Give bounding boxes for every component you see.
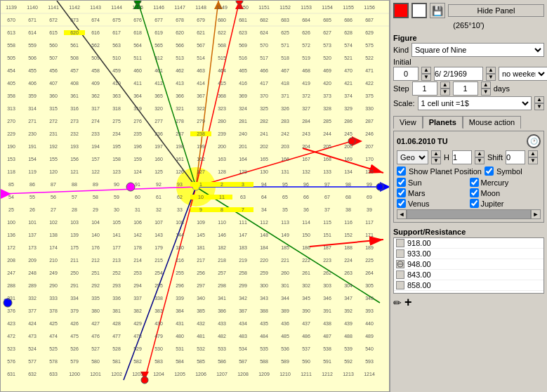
figure-label: Figure: [393, 34, 544, 42]
planet-date-label: 01.06.2010 TU: [397, 137, 448, 145]
right-panel: 💾 Hide Panel (265°10') Figure Kind Squar…: [390, 0, 547, 392]
sr-item: 948.00: [394, 259, 543, 270]
symbol-label: Symbol: [496, 167, 522, 176]
geo-select[interactable]: Geo: [397, 150, 428, 164]
initial-value-input[interactable]: [393, 67, 419, 81]
sr-list[interactable]: 918.00 933.00 948.00 843.00: [393, 237, 544, 294]
sun-label: Sun: [408, 178, 422, 187]
scale-label: Scale:: [393, 99, 415, 107]
add-icon[interactable]: +: [404, 295, 412, 310]
scale-select[interactable]: 1 cell unit =1$: [418, 96, 532, 110]
symbol-checkbox[interactable]: [485, 166, 494, 176]
sr-value: 918.00: [407, 239, 431, 247]
color-white-box[interactable]: [411, 3, 427, 18]
date-spin-down[interactable]: ▼: [486, 74, 496, 81]
sun-checkbox[interactable]: [397, 178, 406, 187]
tab-view[interactable]: View: [393, 116, 423, 129]
step-spin-up1[interactable]: ▲: [440, 81, 450, 89]
support-resistance-section: Support/Resistance 918.00 933.00 948.00: [393, 228, 544, 389]
tab-mouse-action[interactable]: Mouse action: [463, 116, 521, 129]
initial-spin-down[interactable]: ▼: [421, 74, 431, 81]
days-label: days: [494, 84, 510, 93]
date-spin-up[interactable]: ▲: [486, 67, 496, 74]
shift-spin-up[interactable]: ▲: [528, 150, 538, 157]
scroll-right-button[interactable]: ►: [531, 209, 541, 219]
step-input2[interactable]: [453, 81, 478, 96]
sr-value: 933.00: [407, 249, 431, 258]
shift-spin-down[interactable]: ▼: [528, 157, 538, 164]
kind-label: Kind: [393, 46, 409, 54]
coordinates-label: (265°10'): [393, 20, 544, 30]
mercury-checkbox[interactable]: [470, 178, 479, 187]
jupiter-label: Jupiter: [481, 200, 504, 208]
tabs-row: View Planets Mouse action: [393, 116, 544, 129]
step-input1[interactable]: [412, 81, 437, 96]
planets-scrollbar: ◄ ►: [397, 209, 541, 219]
weekday-select[interactable]: no weeken: [499, 67, 547, 81]
step-label: Step: [393, 84, 409, 93]
color-red-box[interactable]: [393, 3, 409, 18]
venus-checkbox[interactable]: [397, 199, 406, 208]
sr-value: 843.00: [407, 270, 431, 279]
sr-item: 843.00: [394, 270, 543, 280]
scroll-left-button[interactable]: ◄: [397, 209, 407, 219]
sr-title: Support/Resistance: [393, 228, 544, 236]
shift-label: Shift: [487, 153, 503, 162]
sr-bullet: [396, 270, 404, 279]
date-input[interactable]: [434, 67, 483, 81]
number-grid: 1139114011411142114311441145114611471148…: [1, 1, 389, 391]
sr-bullet: [396, 239, 404, 247]
initial-label: Initial: [393, 58, 411, 66]
scale-spin-up[interactable]: ▲: [534, 96, 544, 103]
show-planet-position-checkbox[interactable]: [397, 166, 406, 176]
hide-panel-button[interactable]: Hide Panel: [448, 4, 544, 17]
planets-tab-content: 01.06.2010 TU 🕐 Geo ▲ ▼ H ▲ ▼ Shift: [393, 131, 544, 223]
sr-value: 948.00: [407, 260, 431, 268]
step-spin-down2[interactable]: ▼: [481, 89, 491, 96]
tab-planets[interactable]: Planets: [423, 116, 463, 129]
jupiter-checkbox[interactable]: [470, 199, 479, 208]
save-button[interactable]: 💾: [430, 3, 445, 18]
mars-checkbox[interactable]: [397, 188, 406, 197]
scroll-track[interactable]: [407, 209, 531, 219]
geo-spin-down[interactable]: ▼: [431, 157, 441, 164]
sr-item: 918.00: [394, 238, 543, 249]
sr-bullet: [396, 260, 404, 268]
h-spin-down[interactable]: ▼: [475, 157, 485, 164]
geo-spin-up[interactable]: ▲: [431, 150, 441, 157]
kind-select[interactable]: Square of Nine: [411, 43, 544, 57]
sr-item: 858.00: [394, 280, 543, 291]
step-spin-down1[interactable]: ▼: [440, 89, 450, 96]
clock-button[interactable]: 🕐: [527, 134, 541, 148]
sr-bullet: [396, 281, 404, 289]
show-planet-position-label: Show Planet Position: [409, 167, 482, 176]
sr-value: 858.00: [407, 281, 431, 289]
grid-area: ♃ ♂ 113911401141114211431144114511461147…: [0, 0, 390, 392]
shift-input[interactable]: [506, 150, 525, 164]
h-input[interactable]: [452, 150, 472, 164]
scale-spin-down[interactable]: ▼: [534, 103, 544, 110]
sr-bullet: [396, 249, 404, 258]
sr-add-row: ✏ +: [393, 295, 544, 310]
moon-label: Moon: [481, 189, 501, 197]
venus-label: Venus: [408, 200, 430, 208]
mercury-label: Mercury: [481, 178, 509, 187]
moon-checkbox[interactable]: [470, 188, 479, 197]
initial-spin-up[interactable]: ▲: [421, 67, 431, 74]
mars-label: Mars: [408, 189, 425, 197]
step-spin-up2[interactable]: ▲: [481, 81, 491, 89]
planets-grid: Sun Mercury Mars Moon Venus: [397, 178, 541, 208]
pencil-icon[interactable]: ✏: [393, 297, 402, 308]
figure-section: Figure Kind Square of Nine Initial ▲ ▼: [393, 32, 544, 111]
sr-item: 933.00: [394, 249, 543, 259]
h-label: H: [444, 153, 449, 162]
h-spin-up[interactable]: ▲: [475, 150, 485, 157]
